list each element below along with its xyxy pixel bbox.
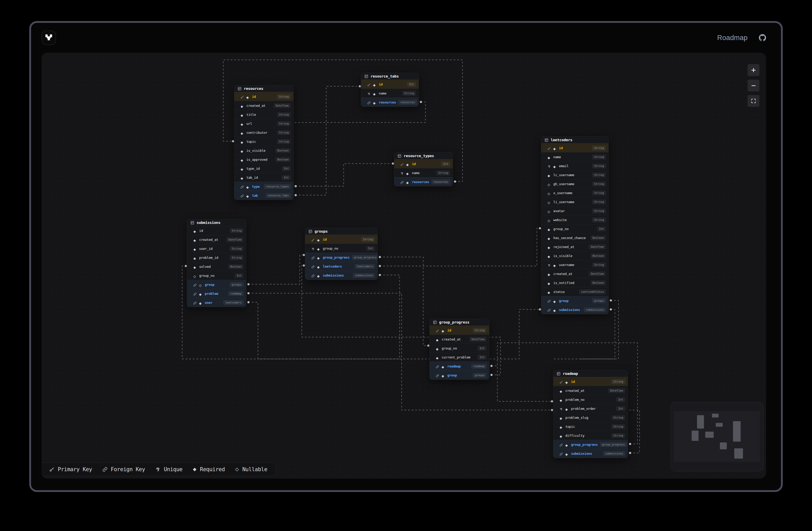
diamond-filled-icon [547, 228, 550, 230]
table-node-leetcoders[interactable]: leetcoders id String name String email S… [541, 137, 609, 314]
table-node-resource_tabs[interactable]: resource_tabs id Int name String resourc… [361, 73, 419, 107]
diamond-filled-icon [193, 238, 196, 241]
field-name: user_id [199, 247, 213, 250]
field-row-resources-topic: topic String [234, 137, 293, 146]
field-row-groups-submissions: submissions submissions [305, 271, 378, 279]
table-title: leetcoders [551, 138, 572, 142]
table-node-submissions[interactable]: submissions id String created_at DateTim… [187, 219, 246, 307]
diamond-filled-icon [547, 272, 550, 275]
field-row-leetcoders-li_username: li_username String [541, 197, 608, 206]
field-row-leetcoders-group_no: group_no Int [541, 224, 608, 233]
diamond-hollow-icon [547, 210, 550, 212]
diamond-filled-icon [241, 158, 243, 161]
field-row-submissions-group: group groups [187, 280, 246, 289]
fit-view-button[interactable] [748, 95, 759, 107]
field-type-badge: String [436, 171, 450, 175]
table-node-groups[interactable]: groups id String group_no Int group_prog… [305, 228, 378, 280]
link-icon [436, 374, 439, 377]
table-title: resources [244, 87, 263, 91]
fingerprint-icon [311, 247, 315, 250]
field-row-resource_types-id: id Int [394, 159, 453, 168]
table-icon [238, 87, 242, 91]
diamond-filled-icon [317, 256, 320, 259]
link-icon [547, 308, 551, 312]
fingerprint-icon [400, 171, 404, 175]
diamond-filled-icon [547, 236, 550, 239]
app-logo[interactable] [42, 31, 56, 45]
field-row-leetcoders-website: website String [541, 215, 608, 224]
minimap-node-groups [705, 432, 714, 437]
table-title: resource_types [404, 154, 434, 158]
link-icon [367, 101, 371, 104]
field-row-leetcoders-avatar: avatar String [541, 206, 608, 215]
diamond-filled-icon [193, 256, 196, 259]
field-row-group_progress-current_problem: current_problem Int [430, 353, 489, 361]
field-type-badge: DateTime [589, 244, 606, 249]
diamond-filled-icon [565, 380, 568, 383]
github-icon[interactable] [759, 34, 766, 41]
diagram-canvas[interactable]: resources id String created_at DateTime … [42, 53, 766, 479]
field-row-submissions-problem_id: problem_id String [187, 253, 246, 262]
table-node-roadmap[interactable]: roadmap id String created_at DateTime pr… [553, 370, 628, 458]
table-header-resource_tabs[interactable]: resource_tabs [361, 73, 419, 80]
field-type-badge: String [611, 424, 625, 429]
nav-link-roadmap[interactable]: Roadmap [717, 34, 748, 42]
field-row-submissions-group_no: group_no Int [187, 271, 246, 280]
table-node-group_progress[interactable]: group_progress id String created_at Date… [429, 319, 489, 380]
field-type-badge: String [230, 246, 244, 251]
table-header-leetcoders[interactable]: leetcoders [541, 137, 608, 143]
diamond-filled-icon [553, 299, 556, 302]
field-name: id [199, 229, 203, 233]
field-type-badge: Int [366, 246, 375, 251]
zoom-in-button[interactable]: + [748, 64, 759, 76]
field-row-submissions-problem: problem roadmap [187, 289, 246, 298]
table-icon [190, 221, 194, 225]
table-header-resource_types[interactable]: resource_types [394, 153, 453, 159]
diamond-filled-icon [241, 122, 243, 125]
field-type-badge: String [592, 209, 606, 213]
table-header-group_progress[interactable]: group_progress [430, 319, 489, 326]
field-type-badge: String [592, 163, 606, 169]
field-row-leetcoders-status: status LeetcodeStatus [541, 287, 608, 296]
field-name: created_at [442, 338, 461, 341]
field-name: is_approved [246, 158, 267, 161]
table-node-resource_types[interactable]: resource_types id Int name String resour… [394, 152, 453, 186]
diamond-filled-icon [436, 338, 439, 341]
field-type-badge: DateTime [274, 103, 291, 108]
minimap[interactable] [671, 402, 764, 471]
field-row-leetcoders-email: email String [541, 161, 608, 170]
diamond-filled-icon [547, 290, 550, 293]
field-type-badge: resources [431, 180, 450, 184]
field-name: problem_order [571, 407, 596, 411]
field-row-roadmap-id: id String [553, 377, 628, 386]
diamond-filled-icon [553, 164, 556, 168]
field-name: has_second_chance [553, 236, 586, 240]
diamond-filled-icon [547, 255, 550, 257]
field-type-badge: group_progress [352, 255, 378, 260]
minimap-viewport [674, 411, 760, 462]
field-row-leetcoders-gh_username: gh_username String [541, 179, 608, 188]
field-type-badge: String [277, 130, 291, 135]
field-row-leetcoders-has_second_chance: has_second_chance Boolean [541, 233, 608, 242]
field-row-leetcoders-rejoined_at: rejoined_at DateTime [541, 242, 608, 251]
field-name: website [553, 218, 567, 222]
field-type-badge: roadmap [228, 291, 244, 296]
table-header-roadmap[interactable]: roadmap [553, 370, 628, 377]
diamond-filled-icon [241, 131, 243, 134]
diamond-hollow-icon [547, 201, 550, 203]
diamond-filled-icon [241, 104, 243, 107]
field-name: topic [246, 140, 256, 144]
zoom-out-button[interactable]: − [748, 80, 759, 91]
field-row-group_progress-roadmap: roadmap roadmap [430, 361, 489, 371]
table-header-submissions[interactable]: submissions [187, 219, 246, 226]
field-type-badge: String [611, 379, 625, 384]
field-type-badge: submissions [353, 273, 375, 278]
field-row-resource_tabs-resources: resources resources [361, 98, 419, 106]
field-name: resources [412, 180, 429, 184]
table-node-resources[interactable]: resources id String created_at DateTime … [234, 85, 294, 200]
legend-label: Nullable [242, 466, 267, 472]
table-header-groups[interactable]: groups [305, 228, 378, 235]
table-header-resources[interactable]: resources [234, 85, 293, 92]
diamond-hollow-icon [199, 283, 202, 286]
diamond-filled-icon [317, 274, 320, 277]
